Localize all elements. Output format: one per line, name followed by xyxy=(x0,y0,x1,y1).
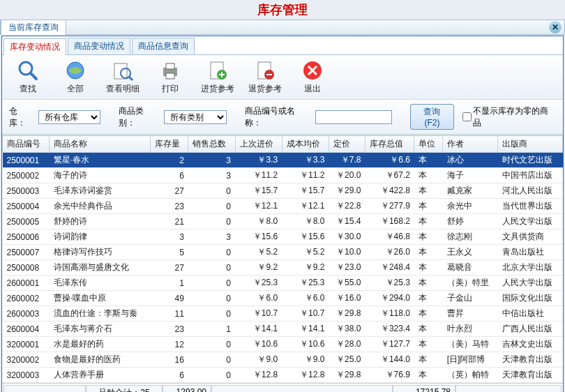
table-row[interactable]: 2600002曹操·喋血中原490￥6.0￥6.0￥16.0￥294.0本子金山… xyxy=(3,291,563,306)
cell: 繁星·春水 xyxy=(50,153,151,168)
cell: ￥29.8 xyxy=(329,368,365,383)
cell: 1 xyxy=(151,276,188,291)
hide-zero-checkbox[interactable]: 不显示库存为零的商品 xyxy=(462,105,556,129)
inner-tabs: 库存变动情况 商品变动情况 商品信息查询 xyxy=(2,36,563,55)
hide-zero-check[interactable] xyxy=(462,112,472,121)
cell: 23 xyxy=(151,199,188,214)
table-row[interactable]: 2500008诗国高潮与盛唐文化270￥9.2￥9.2￥23.0￥248.4本葛… xyxy=(3,260,563,276)
col-header[interactable]: 商品编号 xyxy=(3,136,50,153)
cell: 本 xyxy=(414,337,443,352)
cell: ￥23.0 xyxy=(329,260,365,276)
warehouse-select[interactable]: 所有仓库 xyxy=(38,110,100,124)
magnifier-icon xyxy=(17,59,39,82)
cell: 本 xyxy=(414,229,443,245)
footer-tail xyxy=(455,385,562,392)
cell: ￥25.3 xyxy=(282,276,329,291)
outer-tab[interactable]: 当前库存查询 xyxy=(1,20,66,35)
cell: ￥9.0 xyxy=(235,352,282,368)
filter-bar: 仓库： 所有仓库 商品类别： 所有类别 商品编号或名称： 查询(F2) 不显示库… xyxy=(2,100,563,135)
count-total: 品种合计：35 xyxy=(86,385,163,392)
cell: 6 xyxy=(151,168,188,183)
purchase-button[interactable]: 进货参考 xyxy=(200,59,235,95)
cell: ￥46.8 xyxy=(365,229,414,245)
table-row[interactable]: 3200001水是最好的药120￥10.6￥10.6￥28.0￥127.7本（美… xyxy=(3,337,563,352)
cell: 0 xyxy=(188,352,235,368)
cell: ￥277.9 xyxy=(365,199,414,214)
col-header[interactable]: 库存量 xyxy=(151,136,188,153)
col-header[interactable]: 单位 xyxy=(414,136,443,153)
cell: 2500004 xyxy=(3,199,50,214)
cell: 人体营养手册 xyxy=(50,368,151,383)
table-row[interactable]: 2500001繁星·春水23￥3.3￥3.3￥7.8￥6.6本冰心时代文艺出版 xyxy=(3,153,563,168)
cell: 3 xyxy=(188,168,235,183)
return-label: 退货参考 xyxy=(248,83,282,95)
cell: ￥6.0 xyxy=(282,291,329,306)
cell: ￥10.7 xyxy=(282,306,329,322)
col-header[interactable]: 上次进价 xyxy=(235,136,282,153)
col-header[interactable]: 成本均价 xyxy=(282,136,329,153)
cell: 格律诗写作技巧 xyxy=(50,245,151,260)
table-row[interactable]: 2500004余光中经典作品230￥12.1￥12.1￥22.8￥277.9本余… xyxy=(3,199,563,214)
col-header[interactable]: 定价 xyxy=(329,136,365,153)
all-button[interactable]: 全部 xyxy=(58,59,93,95)
col-header[interactable]: 库存总值 xyxy=(365,136,414,153)
cell: 本 xyxy=(414,276,443,291)
cell: （英）帕特 xyxy=(443,368,498,383)
search-button[interactable]: 查找 xyxy=(10,59,45,95)
cell: 海子 xyxy=(443,168,498,183)
table-row[interactable]: 2600004毛泽东与蒋介石231￥14.1￥14.1￥38.0￥323.4本叶… xyxy=(3,322,563,337)
table-row[interactable]: 2600003流血的仕途：李斯与秦110￥10.7￥10.7￥29.8￥118.… xyxy=(3,306,563,322)
detail-button[interactable]: 查看明细 xyxy=(105,59,140,95)
table-row[interactable]: 2600001毛泽东传10￥25.3￥25.3￥55.0￥25.3本（美）特里人… xyxy=(3,276,563,291)
tab-stock-change[interactable]: 库存变动情况 xyxy=(3,38,66,55)
query-button[interactable]: 查询(F2) xyxy=(410,104,455,130)
col-header[interactable]: 销售总数 xyxy=(188,136,235,153)
cell: 2500003 xyxy=(3,183,50,199)
qty-total: 1293.00 xyxy=(163,385,211,392)
print-button[interactable]: 打印 xyxy=(153,59,188,95)
cell: 人民文学出版 xyxy=(498,214,563,229)
svg-line-5 xyxy=(129,77,133,80)
cell: 曹昇 xyxy=(443,306,498,322)
cell: [日]阿部博 xyxy=(443,352,498,368)
col-header[interactable]: 出版商 xyxy=(498,136,563,153)
tab-product-info[interactable]: 商品信息查询 xyxy=(132,38,195,54)
table-row[interactable]: 2500002海子的诗63￥11.2￥11.2￥20.0￥67.2本海子中国书店… xyxy=(3,168,563,183)
main-panel: 库存变动情况 商品变动情况 商品信息查询 查找 全部 查看明细 打印 进货参考 … xyxy=(1,36,564,392)
data-grid[interactable]: 商品编号商品名称库存量销售总数上次进价成本均价定价库存总值单位作者出版商 250… xyxy=(2,135,563,383)
cell: ￥9.0 xyxy=(282,352,329,368)
cell: 吉林文史出版 xyxy=(498,337,563,352)
tab-product-change[interactable]: 商品变动情况 xyxy=(68,38,130,54)
cell: 中国书店出版 xyxy=(498,168,563,183)
table-row[interactable]: 2500003毛泽东诗词鉴赏270￥15.7￥15.7￥29.0￥422.8本臧… xyxy=(3,183,563,199)
cell: 本 xyxy=(414,306,443,322)
cell: 本 xyxy=(414,291,443,306)
cell: ￥14.1 xyxy=(235,322,282,337)
col-header[interactable]: 商品名称 xyxy=(50,136,151,153)
col-header[interactable]: 作者 xyxy=(443,136,498,153)
table-row[interactable]: 3200002食物是最好的医药160￥9.0￥9.0￥25.0￥144.0本[日… xyxy=(3,352,563,368)
category-select[interactable]: 所有类别 xyxy=(164,110,226,124)
cell: ￥3.3 xyxy=(282,153,329,168)
close-icon[interactable]: ✕ xyxy=(549,21,562,33)
cell: 5 xyxy=(151,245,188,260)
cell: 0 xyxy=(188,306,235,322)
doc-plus-icon xyxy=(206,59,229,82)
cell: 国际文化出版 xyxy=(498,291,563,306)
cell: 2500006 xyxy=(3,229,50,245)
cell: 2600001 xyxy=(3,276,50,291)
code-input[interactable] xyxy=(315,110,392,124)
exit-icon xyxy=(301,59,324,82)
exit-button[interactable]: 退出 xyxy=(295,59,330,95)
cell: 6 xyxy=(151,368,188,383)
table-row[interactable]: 2500007格律诗写作技巧50￥5.2￥5.2￥10.0￥26.0本王永义青岛… xyxy=(3,245,563,260)
cell: ￥30.0 xyxy=(329,229,365,245)
table-row[interactable]: 2500005舒婷的诗210￥8.0￥8.0￥15.4￥168.2本舒婷人民文学… xyxy=(3,214,563,229)
cell: ￥29.0 xyxy=(329,183,365,199)
cell: ￥6.0 xyxy=(235,291,282,306)
table-row[interactable]: 3200003人体营养手册60￥12.8￥12.8￥29.8￥76.9本（英）帕… xyxy=(3,368,563,383)
cell: 余光中经典作品 xyxy=(50,199,151,214)
return-button[interactable]: 退货参考 xyxy=(248,59,282,95)
table-row[interactable]: 2500006诗词韵律33￥15.6￥15.6￥30.0￥46.8本徐志刚文具供… xyxy=(3,229,563,245)
cell: ￥12.1 xyxy=(282,199,329,214)
